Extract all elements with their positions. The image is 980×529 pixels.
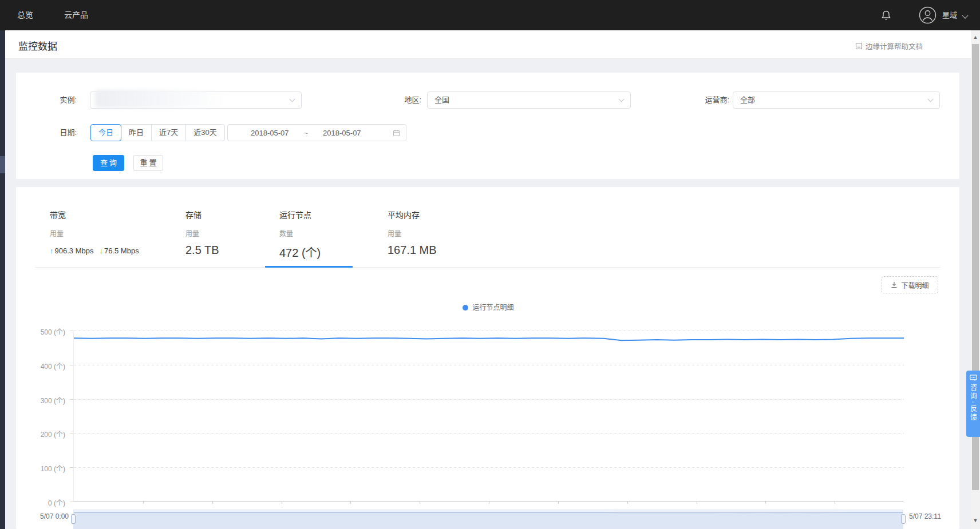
y-tick-label: 300 (个): [16, 395, 65, 405]
calendar-icon: [393, 129, 400, 137]
date-option-7days[interactable]: 近7天: [151, 124, 186, 141]
tab-value: 472 (个): [279, 244, 321, 260]
isp-label: 运营商:: [694, 92, 729, 109]
x-tick-mark: [143, 502, 144, 504]
y-tick-mark: [70, 502, 73, 502]
download-arrow-icon: ↓: [99, 246, 103, 255]
x-tick-mark: [558, 502, 559, 504]
top-navbar: 总览 云产品 星域: [0, 0, 980, 30]
chart-legend: 运行节点明细: [73, 302, 903, 312]
tab-running-nodes[interactable]: 运行节点 数量 472 (个): [279, 209, 321, 260]
y-tick-label: 400 (个): [16, 361, 65, 371]
chevron-down-icon: [290, 97, 295, 102]
y-tick-label: 500 (个): [16, 327, 65, 336]
search-button[interactable]: 查询: [93, 155, 124, 171]
scrubber-handle-right[interactable]: [901, 514, 906, 524]
tab-sublabel: 用量: [185, 228, 219, 238]
reset-button[interactable]: 重置: [133, 155, 163, 171]
legend-item-running-nodes[interactable]: 运行节点明细: [463, 304, 513, 312]
region-label: 地区:: [395, 92, 421, 109]
instance-label: 实例:: [50, 92, 77, 109]
chart-line: [74, 338, 904, 340]
redacted-instance-value: [95, 90, 227, 108]
download-detail-label: 下载明细: [901, 280, 928, 290]
tab-sublabel: 用量: [388, 228, 437, 238]
page-header: 监控数据 边缘计算帮助文档: [0, 30, 971, 59]
y-tick-label: 200 (个): [16, 429, 65, 439]
help-doc-link[interactable]: 边缘计算帮助文档: [855, 41, 923, 51]
help-doc-label: 边缘计算帮助文档: [866, 41, 923, 51]
upload-arrow-icon: ↑: [50, 246, 54, 255]
tab-title: 带宽: [50, 209, 139, 220]
vertical-scrollbar: ▲ ▼: [971, 30, 980, 529]
date-option-30days[interactable]: 近30天: [185, 124, 224, 141]
download-icon: [891, 281, 898, 288]
line-chart-plot: [73, 331, 903, 502]
scrubber-start-label: 5/07 0:00: [16, 512, 69, 520]
date-range-picker[interactable]: 2018-05-07 ~ 2018-05-07: [227, 124, 406, 141]
chevron-down-icon: [962, 12, 968, 18]
x-tick-mark: [835, 502, 835, 504]
nav-item-cloud-products[interactable]: 云产品: [64, 0, 88, 30]
x-tick-mark: [350, 502, 351, 504]
sidebar-active-item: [0, 156, 5, 173]
date-start: 2018-05-07: [251, 129, 289, 137]
legend-dot-icon: [463, 305, 468, 311]
download-detail-button[interactable]: 下载明细: [882, 276, 938, 293]
tab-value: 2.5 TB: [185, 244, 219, 257]
timeline-scrubber[interactable]: [73, 510, 903, 529]
date-separator: ~: [304, 129, 309, 137]
tab-avg-memory[interactable]: 平均内存 用量 167.1 MB: [388, 209, 437, 257]
tab-title: 运行节点: [279, 209, 321, 220]
chevron-down-icon: [619, 97, 625, 102]
notification-bell-icon[interactable]: [880, 10, 892, 21]
user-menu[interactable]: 星域: [942, 0, 957, 30]
chevron-down-icon: [928, 97, 934, 102]
tab-value: ↑906.3 Mbps↓76.5 Mbps: [50, 246, 139, 255]
date-option-yesterday[interactable]: 昨日: [121, 124, 152, 141]
filter-panel: 实例: 地区: 全国 运营商: 全部 日期: 今日 昨日 近7天 近30天 20…: [16, 73, 959, 179]
tab-bandwidth[interactable]: 带宽 用量 ↑906.3 Mbps↓76.5 Mbps: [50, 209, 139, 255]
tab-storage[interactable]: 存储 用量 2.5 TB: [185, 209, 219, 257]
date-option-today[interactable]: 今日: [90, 124, 121, 141]
region-value: 全国: [434, 96, 449, 104]
user-avatar-icon[interactable]: [919, 6, 936, 24]
date-end: 2018-05-07: [323, 129, 361, 137]
page-title: 监控数据: [18, 38, 57, 53]
tabs-divider: [35, 267, 940, 268]
x-tick-mark: [765, 502, 766, 504]
active-tab-indicator: [265, 266, 353, 268]
tab-value: 167.1 MB: [388, 244, 437, 257]
x-tick-mark: [697, 502, 697, 504]
scroll-up-arrow[interactable]: ▲: [973, 34, 978, 40]
x-tick-mark: [282, 502, 282, 504]
scrubber-handle-left[interactable]: [71, 514, 76, 524]
chat-icon: [970, 375, 977, 381]
x-tick-mark: [627, 502, 628, 504]
scrubber-end-label: 5/07 23:11: [909, 512, 941, 520]
x-tick-mark: [212, 502, 213, 504]
tab-sublabel: 用量: [50, 228, 139, 238]
scroll-down-arrow[interactable]: ▼: [973, 518, 978, 523]
isp-value: 全部: [740, 96, 755, 104]
y-tick-label: 0 (个): [16, 498, 65, 507]
monitoring-panel: 带宽 用量 ↑906.3 Mbps↓76.5 Mbps 存储 用量 2.5 TB…: [16, 187, 959, 529]
consult-feedback-label: 咨询·反馈: [969, 384, 978, 422]
instance-select[interactable]: [90, 92, 302, 109]
x-tick-mark: [489, 502, 489, 504]
date-label: 日期:: [50, 124, 77, 141]
y-tick-label: 100 (个): [16, 463, 65, 473]
collapsed-sidebar[interactable]: [0, 30, 5, 529]
tab-title: 平均内存: [388, 209, 437, 220]
document-icon: [855, 42, 863, 50]
nav-item-overview[interactable]: 总览: [17, 0, 33, 30]
x-tick-mark: [420, 502, 420, 504]
region-select[interactable]: 全国: [427, 92, 631, 109]
consult-feedback-widget[interactable]: 咨询·反馈: [966, 371, 980, 437]
tab-title: 存储: [185, 209, 219, 220]
tab-sublabel: 数量: [279, 228, 321, 238]
isp-select[interactable]: 全部: [733, 92, 940, 109]
date-quick-options: 今日 昨日 近7天 近30天: [90, 124, 225, 141]
scrubber-profile-area: [74, 512, 903, 528]
